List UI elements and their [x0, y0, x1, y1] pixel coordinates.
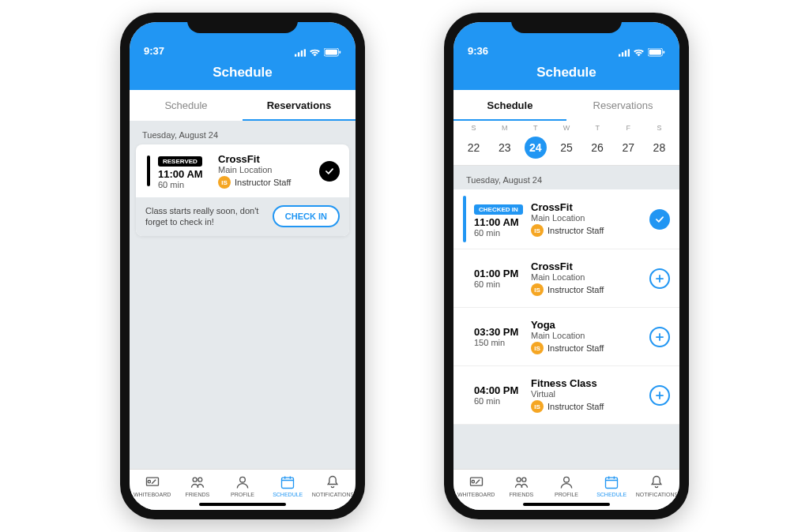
- svg-rect-2: [301, 50, 303, 56]
- schedule-item[interactable]: 03:30 PM150 minYogaMain LocationISInstru…: [453, 308, 679, 366]
- status-time: 9:36: [468, 45, 488, 57]
- tab-profile[interactable]: PROFILE: [544, 474, 589, 497]
- date-label: Tuesday, August 24: [130, 121, 356, 144]
- class-duration: 60 min: [474, 279, 523, 289]
- week-dow: W: [551, 124, 581, 132]
- week-day[interactable]: T26: [582, 124, 613, 159]
- time-column: 04:00 PM60 min: [474, 384, 523, 406]
- svg-point-10: [198, 478, 202, 481]
- schedule-item[interactable]: CHECKED IN11:00 AM60 minCrossFitMain Loc…: [453, 189, 679, 249]
- tab-reservations[interactable]: Reservations: [566, 90, 679, 121]
- week-day[interactable]: S22: [458, 124, 489, 159]
- home-indicator[interactable]: [523, 503, 610, 506]
- reservation-card[interactable]: RESERVED 11:00 AM 60 min CrossFit Main L…: [136, 144, 349, 236]
- tab-schedule-bottom[interactable]: SCHEDULE: [589, 474, 634, 497]
- instructor-name: Instructor Staff: [547, 226, 604, 235]
- week-dow: F: [613, 124, 644, 132]
- week-strip[interactable]: S22M23T24W25T26F27S28: [453, 121, 679, 166]
- checked-icon: [649, 209, 670, 230]
- week-dow: M: [489, 124, 520, 132]
- tab-notifications[interactable]: NOTIFICATIONS: [310, 474, 356, 497]
- svg-point-11: [240, 477, 246, 482]
- svg-rect-15: [625, 50, 627, 56]
- segment-tabs: Schedule Reservations: [453, 90, 679, 121]
- signal-icon: [295, 49, 306, 57]
- page-title: Schedule: [453, 58, 679, 90]
- class-column: YogaMain LocationISInstructor Staff: [531, 319, 642, 354]
- bell-icon: [649, 474, 664, 490]
- class-location: Main Location: [218, 165, 311, 174]
- bell-icon: [325, 474, 341, 490]
- class-location: Main Location: [531, 331, 642, 340]
- item-accent: [463, 314, 466, 359]
- class-name: Yoga: [531, 319, 642, 331]
- week-day[interactable]: T24: [520, 124, 551, 159]
- svg-point-23: [522, 478, 526, 481]
- whiteboard-icon: [468, 474, 484, 490]
- week-day[interactable]: W25: [551, 124, 581, 159]
- tab-schedule-bottom[interactable]: SCHEDULE: [265, 474, 310, 497]
- signal-icon: [619, 49, 630, 57]
- home-indicator[interactable]: [199, 503, 286, 506]
- status-indicators: [295, 48, 341, 57]
- svg-rect-12: [282, 478, 294, 488]
- class-time: 11:00 AM: [474, 216, 523, 228]
- week-num: 23: [494, 137, 516, 159]
- week-num: 28: [648, 137, 670, 159]
- svg-point-21: [472, 481, 474, 483]
- class-duration: 150 min: [474, 338, 523, 347]
- tab-profile[interactable]: PROFILE: [220, 474, 265, 497]
- tab-reservations[interactable]: Reservations: [243, 90, 356, 121]
- tab-schedule[interactable]: Schedule: [130, 90, 243, 121]
- battery-icon: [648, 48, 665, 57]
- instructor-avatar: IS: [218, 176, 231, 189]
- phone-schedule: 9:36 Schedule Schedule Reservations S22M…: [444, 13, 689, 519]
- schedule-item[interactable]: 01:00 PM60 minCrossFitMain LocationISIns…: [453, 249, 679, 308]
- svg-rect-25: [606, 478, 618, 488]
- class-column: CrossFitMain LocationISInstructor Staff: [531, 201, 642, 237]
- notch: [511, 13, 622, 33]
- week-num: 25: [555, 137, 578, 159]
- tab-whiteboard[interactable]: WHITEBOARD: [130, 474, 175, 497]
- class-column: CrossFitMain LocationISInstructor Staff: [531, 260, 642, 296]
- week-day[interactable]: S28: [644, 124, 675, 159]
- class-name: CrossFit: [218, 153, 311, 165]
- check-in-button[interactable]: CHECK IN: [273, 205, 340, 227]
- week-num: 22: [463, 137, 485, 159]
- wifi-icon: [633, 49, 645, 57]
- svg-point-24: [564, 477, 570, 482]
- instructor-avatar: IS: [531, 283, 544, 296]
- week-day[interactable]: M23: [489, 124, 520, 159]
- svg-point-22: [517, 478, 521, 481]
- instructor-avatar: IS: [531, 224, 544, 237]
- add-class-button[interactable]: [649, 385, 670, 406]
- page-title: Schedule: [130, 58, 356, 90]
- add-class-button[interactable]: [649, 327, 670, 347]
- schedule-item[interactable]: 04:00 PM60 minFitness ClassVirtualISInst…: [453, 366, 679, 425]
- notch: [187, 13, 298, 33]
- class-name: Fitness Class: [531, 377, 642, 389]
- add-class-button[interactable]: [649, 268, 670, 289]
- tab-whiteboard[interactable]: WHITEBOARD: [453, 474, 499, 497]
- status-indicators: [619, 48, 665, 57]
- class-duration: 60 min: [158, 180, 210, 189]
- svg-rect-5: [325, 50, 337, 55]
- whiteboard-icon: [145, 474, 160, 490]
- reserved-check-icon: [319, 161, 340, 182]
- tab-notifications[interactable]: NOTIFICATIONS: [634, 474, 679, 497]
- segment-tabs: Schedule Reservations: [130, 90, 356, 121]
- item-accent: [463, 256, 466, 301]
- profile-icon: [235, 474, 250, 490]
- status-badge: RESERVED: [158, 156, 202, 167]
- week-num: 27: [617, 137, 639, 159]
- tab-schedule[interactable]: Schedule: [453, 90, 566, 121]
- week-dow: T: [582, 124, 613, 132]
- tab-friends[interactable]: FRIENDS: [175, 474, 220, 497]
- class-duration: 60 min: [474, 228, 523, 238]
- week-day[interactable]: F27: [613, 124, 644, 159]
- tab-friends[interactable]: FRIENDS: [499, 474, 544, 497]
- item-accent: [463, 373, 466, 418]
- instructor-name: Instructor Staff: [547, 402, 604, 411]
- svg-rect-16: [628, 49, 630, 56]
- class-name: CrossFit: [531, 260, 642, 272]
